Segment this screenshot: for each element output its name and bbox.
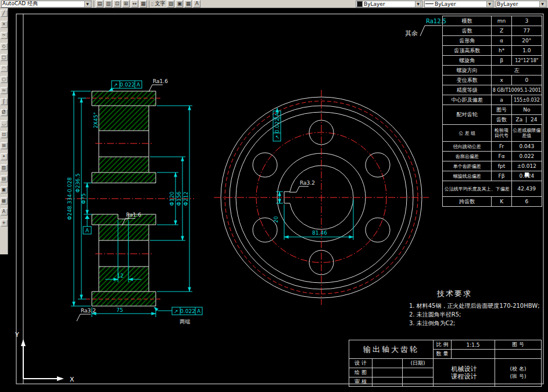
chevron-down-icon: ▼ — [539, 1, 546, 8]
color-control[interactable]: ByLayer ▼ — [356, 1, 422, 8]
general-roughness-note: 其余 Ra12.5 — [405, 18, 446, 37]
param-value: 8 GB/T10095.1-2001 — [492, 85, 542, 95]
linetype-value: ByLayer — [435, 1, 456, 7]
add-selected-tool-button[interactable]: + — [1, 220, 8, 226]
scale-value: 1:1.5 — [452, 340, 495, 350]
draw-date — [403, 368, 434, 377]
dim-style-tool-button[interactable]: ↔ — [131, 0, 138, 8]
param-value: 1.0 — [511, 46, 542, 56]
region-tool-button[interactable]: ▣ — [175, 0, 183, 8]
param-symbol: Z — [492, 26, 511, 36]
point-tool-button[interactable]: • — [1, 153, 8, 160]
figure-no-value — [495, 350, 542, 359]
tech-req-item: 3. 未注倒角为C2; — [409, 319, 540, 328]
draw-name — [373, 368, 403, 377]
text-toolbar-label: 文字 — [155, 0, 165, 8]
design-name — [373, 359, 403, 368]
color-value: ByLayer — [364, 1, 385, 7]
date-label: (日期) — [403, 359, 434, 368]
param-value: 77 — [511, 26, 542, 36]
design-label: 设 计 — [349, 359, 373, 368]
dim-web-diameter: Φ156 — [176, 192, 182, 206]
linetype-sample-icon — [425, 3, 434, 4]
polygon-tool-button[interactable]: ◇ — [1, 43, 8, 50]
runout-tolerance-frame-bottom: ↗ 0.022 A 两端 — [154, 307, 202, 325]
block-make-tool-button[interactable]: ⊞ — [122, 0, 130, 8]
hatch-area — [99, 106, 149, 131]
dim-outer-diameter: Φ248.334-0.028 — [67, 177, 73, 220]
dim-keyway-depth-front: 81.46 — [312, 230, 327, 236]
color-swatch-icon — [357, 1, 363, 7]
param-label: 配对齿轮 — [443, 105, 492, 125]
construction-line-tool-button[interactable]: × — [1, 21, 8, 28]
title-block: 输出轴大齿轮 比 例 1:1.5 图 号 数 量 设 计 (日期) 机械设计 课… — [349, 340, 542, 387]
linetype-control[interactable]: ByLayer ▼ — [424, 1, 494, 8]
hatch-tool-button[interactable]: ▨ — [1, 164, 8, 171]
hatch-tool-button[interactable]: ▨ — [167, 0, 174, 8]
param-value: 0 — [511, 75, 542, 85]
draw-toolbar: ╱×~◇□◠○≈ʃØ◡⊡⊞•▨▤▣▦A+ — [0, 8, 8, 254]
sheet-set-tool-button[interactable]: ▤ — [96, 0, 103, 8]
param-label: 螺旋方向 — [443, 66, 492, 75]
param-sublabel: 图号 — [492, 105, 511, 115]
tech-req-item: 1. 材料45钢，正火处理后齿面硬度170-210HBW; — [409, 301, 540, 310]
param-symbol: x — [492, 75, 511, 85]
runout-icon: ↗ — [113, 82, 118, 88]
markup-tool-button[interactable]: ▥ — [105, 0, 112, 8]
school-class: (校 名) (班 号) — [495, 359, 542, 387]
param-label: 精度等级 — [443, 85, 492, 95]
lineweight-control[interactable]: ByLayer ▼ — [496, 1, 547, 8]
runout-icon: ↗ — [274, 135, 280, 139]
ellipse-arc-tool-button[interactable]: ◡ — [1, 120, 8, 127]
circle-tool-button[interactable]: ○ — [1, 76, 8, 83]
chevron-down-icon: ▼ — [84, 1, 91, 8]
datum-a-flag: A — [83, 215, 91, 234]
param-value: 0.022 — [511, 152, 542, 161]
datum-label: A — [85, 228, 89, 233]
workspace-value: AutoCAD 经典 — [2, 1, 38, 8]
multiline-text-tool-button[interactable]: A — [1, 208, 8, 215]
make-block-tool-button[interactable]: ⊞ — [1, 142, 8, 149]
table-style-tool-button[interactable]: ▦ — [139, 0, 147, 8]
dim-chamfer: 2X45° — [93, 112, 99, 128]
param-label: 单个齿距偏差 — [443, 161, 492, 171]
tolerance-group-header: 公 差 组 — [443, 125, 492, 142]
check-date — [403, 377, 434, 387]
multiline-text-tool-button[interactable]: A — [193, 0, 200, 8]
dim-rim-diameter: Φ212 — [183, 192, 189, 206]
surface-roughness-icon — [289, 186, 309, 192]
both-ends-note: 两端 — [180, 319, 190, 325]
hatch-area — [118, 219, 128, 225]
arc-tool-button[interactable]: ◠ — [1, 65, 8, 72]
runout-icon: ↗ — [174, 308, 178, 314]
hatch-area — [99, 157, 149, 172]
ucs-x-label: X — [70, 376, 74, 383]
chevron-down-icon: ▼ — [415, 1, 421, 8]
polyline-tool-button[interactable]: ~ — [1, 32, 8, 39]
param-value: 3 — [511, 16, 542, 26]
param-symbol: h* — [492, 46, 511, 56]
table-tool-button[interactable]: ▦ — [184, 0, 192, 8]
runout-value: 0.022 — [180, 308, 195, 314]
runout-datum: A — [137, 82, 141, 88]
check-label: 审 核 — [349, 377, 373, 387]
workspace-combo[interactable]: AutoCAD 经典 ▼ — [1, 1, 92, 8]
param-symbol: Fα — [492, 152, 511, 161]
param-label: 螺旋角 — [443, 56, 492, 66]
surface-roughness-icon — [149, 85, 163, 92]
organization: 机械设计 课程设计 — [434, 359, 495, 387]
text-toolbar-handle[interactable]: ▯ 文字 — [151, 0, 165, 8]
surface-roughness-icon — [420, 26, 442, 36]
table-tool-button[interactable]: ▦ — [1, 197, 8, 204]
block-insert-tool-button[interactable]: ⊡ — [113, 0, 121, 8]
line-tool-button[interactable]: ╱ — [1, 10, 8, 17]
gradient-tool-button[interactable]: ▤ — [1, 175, 8, 182]
region-tool-button[interactable]: ▣ — [1, 186, 8, 193]
revision-cloud-tool-button[interactable]: ≈ — [1, 87, 8, 94]
spline-tool-button[interactable]: ʃ — [1, 98, 8, 105]
insert-block-tool-button[interactable]: ⊡ — [1, 131, 8, 138]
roughness-value: Ra1.6 — [126, 212, 141, 218]
rectangle-tool-button[interactable]: □ — [1, 54, 8, 61]
ellipse-tool-button[interactable]: Ø — [1, 109, 8, 116]
dim-pitch-diameter: Φ236.5 — [75, 174, 81, 193]
